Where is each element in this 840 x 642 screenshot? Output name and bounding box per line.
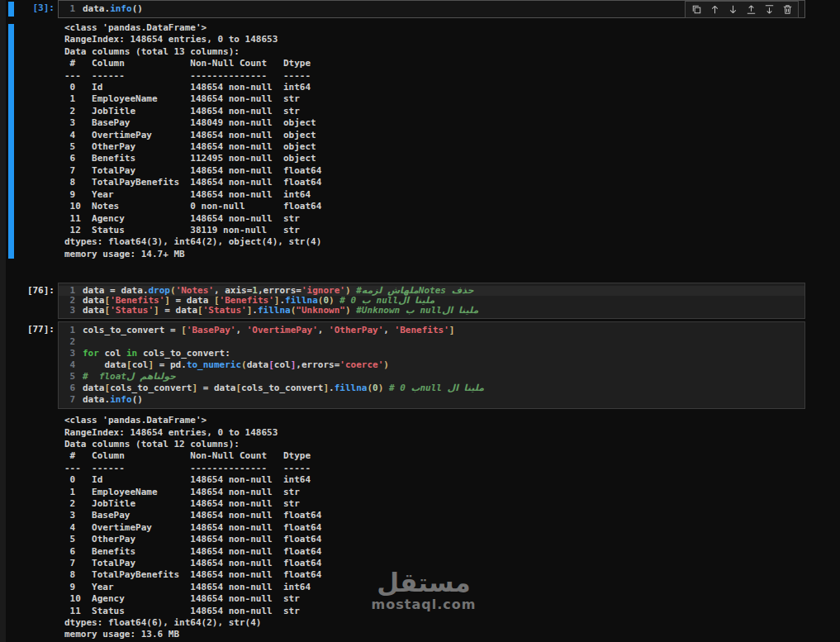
cell-gutter: [76]: — [0, 283, 58, 319]
code-line: 6data[cols_to_convert] = data[cols_to_co… — [59, 383, 804, 394]
code-text: data[col] = pd.to_numeric(data[col],erro… — [83, 359, 389, 371]
output-collapser[interactable] — [8, 24, 14, 259]
line-number: 1 — [59, 325, 75, 336]
duplicate-cell-button[interactable] — [687, 2, 705, 17]
code-editor[interactable]: 1data.info() — [58, 0, 805, 18]
line-number: 3 — [59, 306, 75, 316]
code-line: 7data.info() — [59, 394, 804, 406]
line-number: 1 — [59, 3, 75, 15]
code-line: 3for col in cols_to_convert: — [59, 348, 804, 359]
cell-collapser[interactable] — [8, 2, 14, 17]
execution-count: [76]: — [27, 285, 55, 296]
move-cell-up-button[interactable] — [705, 2, 724, 17]
cell-toolbar — [685, 1, 799, 18]
cells: [3]:1data.info()<class 'pandas.DataFrame… — [0, 0, 840, 641]
code-text: data[cols_to_convert] = data[cols_to_con… — [83, 383, 484, 394]
line-number: 5 — [59, 371, 75, 383]
code-line: 5# ⁧حولناهم لfloat⁩ — [59, 371, 804, 383]
move-cell-down-button[interactable] — [724, 2, 742, 17]
code-text: for col in cols_to_convert: — [83, 348, 230, 359]
line-number: 4 — [59, 359, 75, 371]
line-number: 7 — [59, 394, 75, 406]
cell-gutter: [3]: — [0, 0, 58, 18]
trash-icon — [781, 3, 794, 16]
code-line: 3data['Status'] = data['Status'].fillna(… — [59, 306, 804, 316]
insert-above-icon — [745, 3, 757, 16]
cell-gutter — [0, 415, 58, 641]
code-text: data['Status'] = data['Status'].fillna("… — [83, 306, 478, 316]
cell-gutter: [77]: — [0, 321, 58, 409]
copy-icon — [691, 3, 703, 16]
execution-count: [3]: — [33, 2, 55, 13]
cell-collapser[interactable] — [8, 284, 14, 317]
mostaql-domain: mostaql.com — [362, 597, 486, 613]
arrow-up-icon — [709, 3, 721, 16]
watermark: مستقل mostaql.com — [362, 568, 486, 613]
cell-output-text: <class 'pandas.DataFrame'> RangeIndex: 1… — [64, 22, 805, 260]
line-number: 6 — [59, 383, 75, 394]
arrow-down-icon — [727, 3, 739, 16]
jupyter-notebook: [3]:1data.info()<class 'pandas.DataFrame… — [0, 0, 840, 642]
line-number: 2 — [59, 336, 75, 348]
cell-gutter — [0, 22, 58, 260]
code-cell: [3]:1data.info()<class 'pandas.DataFrame… — [0, 0, 840, 260]
delete-cell-button[interactable] — [778, 2, 796, 17]
code-cell: [76]:1data = data.drop('Notes', axis=1,e… — [0, 283, 840, 319]
code-text: # ⁧حولناهم لfloat⁩ — [83, 371, 176, 383]
code-line: 2 — [59, 336, 804, 348]
code-text: cols_to_convert = ['BasePay', 'OvertimeP… — [83, 325, 454, 336]
code-line: 4 data[col] = pd.to_numeric(data[col],er… — [59, 359, 804, 371]
insert-below-icon — [763, 3, 776, 16]
line-number: 3 — [59, 348, 75, 359]
insert-cell-below-button[interactable] — [760, 2, 778, 17]
cell-collapser[interactable] — [8, 323, 14, 407]
code-editor[interactable]: 1cols_to_convert = ['BasePay', 'Overtime… — [58, 321, 805, 409]
code-text: data.info() — [83, 3, 143, 15]
code-text: data.info() — [83, 394, 143, 406]
code-line: 1cols_to_convert = ['BasePay', 'Overtime… — [59, 325, 804, 336]
mostaql-logo: مستقل — [362, 568, 486, 597]
execution-count: [77]: — [27, 324, 55, 335]
insert-cell-above-button[interactable] — [742, 2, 760, 17]
code-editor[interactable]: 1data = data.drop('Notes', axis=1,errors… — [58, 283, 805, 319]
output-collapser[interactable] — [8, 416, 14, 640]
